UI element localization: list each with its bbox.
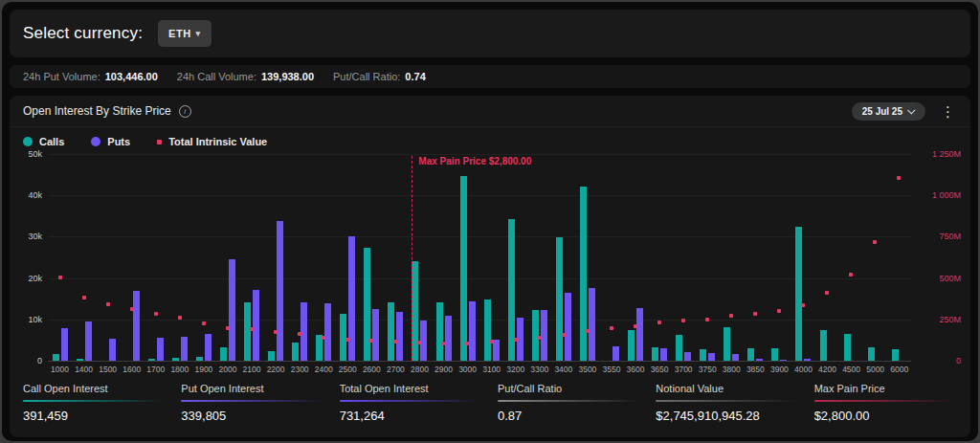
calls-bar	[364, 248, 370, 361]
puts-bar	[205, 334, 212, 361]
puts-bar	[61, 328, 68, 361]
puts-bar	[181, 337, 188, 361]
puts-bar	[109, 339, 116, 361]
bar-group-3650	[648, 154, 672, 361]
expiry-date-dropdown[interactable]: 25 Jul 25	[852, 102, 925, 121]
volume-strip: 24h Put Volume: 103,446.00 24h Call Volu…	[10, 65, 970, 88]
puts-bar	[277, 221, 283, 361]
currency-dropdown[interactable]: ETH ▾	[158, 20, 212, 47]
dashboard: Select currency: ETH ▾ 24h Put Volume: 1…	[2, 2, 978, 441]
bar-group-2400	[312, 154, 336, 361]
bar-group-1900	[191, 154, 215, 361]
calls-bar	[652, 347, 658, 361]
call-volume-label: 24h Call Volume:	[177, 71, 256, 82]
gridline	[48, 361, 911, 362]
calls-bar	[556, 237, 563, 361]
bar-group-1600	[120, 154, 144, 361]
chart-legend: Calls Puts Total Intrinsic Value	[10, 127, 970, 148]
bar-group-3750	[696, 154, 720, 361]
x-axis-label: 3700	[672, 365, 696, 374]
puts-bar	[253, 290, 259, 361]
x-axis-label: 2800	[408, 365, 432, 374]
x-axis-label: 1900	[191, 365, 215, 374]
calls-bar	[388, 302, 394, 361]
calls-bar	[196, 357, 203, 361]
calls-bar	[484, 299, 491, 361]
puts-bar	[804, 359, 811, 361]
kebab-menu-icon[interactable]: ⋮	[937, 102, 959, 121]
puts-bar	[420, 321, 427, 361]
chevron-down-icon: ▾	[196, 29, 201, 38]
calls-bar	[53, 354, 59, 361]
bar-group-2100	[240, 154, 264, 361]
bar-group-1700	[144, 154, 167, 361]
puts-bar	[85, 321, 92, 361]
x-axis-label: 3800	[720, 365, 744, 374]
stat-underline	[340, 400, 482, 402]
puts-bar	[229, 259, 235, 361]
calls-bar	[268, 351, 275, 361]
put-call-ratio-label: Put/Call Ratio:	[333, 71, 400, 82]
puts-bar	[517, 318, 523, 361]
x-axis-label: 2300	[288, 365, 312, 374]
legend-item-calls[interactable]: Calls	[23, 136, 64, 147]
bar-group-4500	[839, 154, 863, 361]
stat-call-open-interest: Call Open Interest 391,459	[23, 383, 166, 423]
bar-group-1800	[167, 154, 191, 361]
calls-bar	[676, 335, 682, 361]
puts-bar	[708, 353, 715, 361]
puts-bar	[157, 338, 164, 361]
info-icon[interactable]: i	[179, 105, 191, 118]
bars-layer	[48, 154, 911, 361]
legend-item-puts[interactable]: Puts	[91, 136, 130, 147]
bar-group-3500	[575, 154, 599, 361]
x-axis-label: 5000	[863, 365, 887, 374]
bar-group-3000	[456, 154, 479, 361]
x-axis: 1000140015001600170018001900200021002200…	[10, 361, 970, 374]
left-axis-tick: 40k	[28, 190, 42, 200]
chart-title: Open Interest By Strike Price	[23, 104, 171, 118]
left-axis-tick: 20k	[28, 274, 42, 283]
bar-group-2500	[336, 154, 360, 361]
max-pain-line: Max Pain Price $2,800.00	[412, 156, 412, 361]
put-call-ratio-value: 0.74	[405, 71, 425, 82]
bar-group-4000	[791, 154, 815, 361]
calls-bar	[724, 327, 730, 361]
x-axis-label: 1500	[96, 365, 120, 374]
bar-group-3200	[503, 154, 527, 361]
stat-put-call-ratio: Put/Call Ratio 0.87	[498, 383, 640, 423]
right-axis-tick: 0	[956, 356, 961, 365]
bar-group-3800	[720, 154, 744, 361]
calls-bar	[244, 302, 251, 361]
put-call-ratio-stat: Put/Call Ratio: 0.74	[333, 71, 426, 82]
bar-group-2000	[215, 154, 239, 361]
calls-bar	[892, 349, 899, 361]
stat-put-open-interest: Put Open Interest 339,805	[181, 383, 323, 423]
calls-bar	[172, 358, 179, 361]
calls-bar	[580, 187, 587, 361]
stat-underline	[498, 400, 640, 402]
x-axis-label: 2100	[240, 365, 264, 374]
puts-bar	[493, 340, 500, 361]
select-currency-label: Select currency:	[23, 24, 143, 43]
puts-bar	[732, 354, 739, 361]
x-axis-label: 1600	[120, 365, 144, 374]
calls-bar	[747, 348, 754, 361]
bar-group-3400	[551, 154, 575, 361]
calls-bar	[340, 314, 346, 361]
calls-bar	[868, 347, 875, 361]
summary-row: Call Open Interest 391,459 Put Open Inte…	[10, 374, 970, 423]
legend-item-intrinsic[interactable]: Total Intrinsic Value	[157, 136, 267, 147]
right-axis-tick: 750M	[939, 232, 961, 241]
calls-bar	[220, 347, 227, 361]
calls-bar	[795, 227, 802, 361]
put-volume-label: 24h Put Volume:	[23, 71, 100, 82]
bar-group-3600	[624, 154, 648, 361]
chart-header: Open Interest By Strike Price i 25 Jul 2…	[10, 96, 970, 127]
chart-panel: Open Interest By Strike Price i 25 Jul 2…	[10, 96, 970, 437]
calls-swatch-icon	[23, 137, 33, 146]
calls-bar	[77, 359, 83, 361]
stat-notional-value: Notional Value $2,745,910,945.28	[656, 383, 798, 423]
call-volume-value: 139,938.00	[261, 71, 314, 82]
bar-group-1400	[72, 154, 96, 361]
